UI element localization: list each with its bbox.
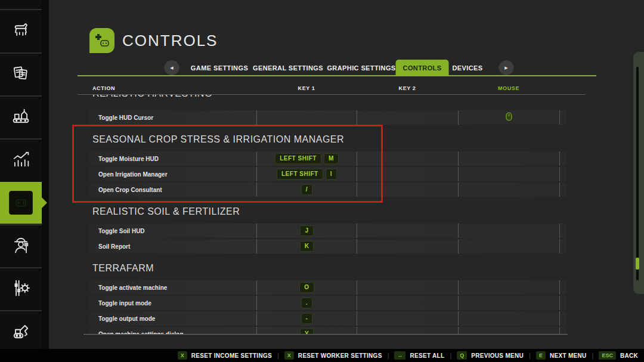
tab-graphic-settings[interactable]: GRAPHIC SETTINGS <box>320 60 402 76</box>
tab-bar: ◀GAME SETTINGSGENERAL SETTINGSGRAPHIC SE… <box>0 60 644 76</box>
footer-button-back[interactable]: ESCBACK <box>599 351 638 360</box>
key2-cell[interactable] <box>357 239 458 253</box>
key2-cell[interactable] <box>357 167 458 181</box>
sidebar-item-production[interactable] <box>0 96 42 138</box>
sidebar-item-map[interactable] <box>0 0 42 8</box>
hotkey-badge: X <box>284 351 294 360</box>
key2-cell[interactable] <box>357 110 458 125</box>
section-seasonal-crop-stress-irrigation-manager: SEASONAL CROP STRESS & IRRIGATION MANAGE… <box>78 134 587 197</box>
key-badge[interactable]: LEFT SHIFT <box>275 153 321 164</box>
key-badge[interactable]: O <box>299 282 314 293</box>
keybind-row[interactable]: Open machine settings dialogY <box>89 327 566 334</box>
keybind-row[interactable]: Toggle input mode. <box>89 296 566 310</box>
mouse-cell[interactable] <box>458 311 559 326</box>
keybind-row[interactable]: Toggle HUD Cursor <box>89 110 566 125</box>
column-header-key-2: KEY 2 <box>399 85 416 91</box>
sidebar-item-farmer[interactable] <box>0 225 42 267</box>
footer-button-reset-income-settings[interactable]: XRESET INCOME SETTINGS <box>178 351 272 360</box>
key-badge[interactable]: I <box>326 169 337 180</box>
keybind-row[interactable]: Toggle output mode- <box>89 311 566 326</box>
mouse-cell[interactable] <box>458 182 559 197</box>
footer-button-reset-worker-settings[interactable]: XRESET WORKER SETTINGS <box>284 351 382 360</box>
farmer-icon <box>10 234 32 258</box>
footer-button-next-menu[interactable]: ENEXT MENU <box>536 351 587 360</box>
tab-devices[interactable]: DEVICES <box>445 60 490 76</box>
key1-cell[interactable]: LEFT SHIFTI <box>256 167 357 181</box>
key1-cell[interactable] <box>256 110 357 125</box>
mouse-cell[interactable] <box>458 167 559 181</box>
key1-cell[interactable]: LEFT SHIFTM <box>256 151 357 166</box>
controls-settings-screen: CONTROLS ◀GAME SETTINGSGENERAL SETTINGSG… <box>0 0 644 362</box>
mouse-cell[interactable] <box>458 280 559 295</box>
footer-button-previous-menu[interactable]: QPREVIOUS MENU <box>457 351 524 360</box>
sidebar-item-sliders-gear[interactable] <box>0 268 42 310</box>
footer-button-label: RESET INCOME SETTINGS <box>191 352 272 359</box>
controls-gamepad-icon <box>89 28 114 53</box>
key-badge[interactable]: - <box>301 313 313 324</box>
table-bottom-divider <box>83 334 568 335</box>
sidebar-item-animals-cow[interactable] <box>0 10 42 52</box>
prev-tab-button[interactable]: ◀ <box>165 60 179 75</box>
row-end <box>559 224 566 238</box>
table-header: ACTIONKEY 1KEY 2MOUSE <box>0 85 644 95</box>
sidebar-item-contracts-documents[interactable] <box>0 53 42 95</box>
tab-controls[interactable]: CONTROLS <box>396 60 449 76</box>
scrollbar[interactable] <box>633 52 644 294</box>
key-badge[interactable]: . <box>301 298 312 308</box>
section-realistic-soil-fertilizer: REALISTIC SOIL & FERTILIZERToggle Soil H… <box>78 206 587 253</box>
key1-cell[interactable]: Y <box>256 327 357 334</box>
sidebar-item-controls-menu[interactable] <box>0 182 42 224</box>
keybind-row[interactable]: Toggle activate machineO <box>89 280 566 295</box>
mouse-cell[interactable] <box>458 110 559 125</box>
keybind-row[interactable]: Open Crop Consultant/ <box>89 182 566 197</box>
key2-cell[interactable] <box>357 311 458 326</box>
mouse-cell[interactable] <box>458 239 559 253</box>
sidebar-item-excavator[interactable] <box>0 311 42 353</box>
footer-button-label: RESET ALL <box>410 352 444 359</box>
tab-game-settings[interactable]: GAME SETTINGS <box>184 60 255 76</box>
keybind-row[interactable]: Toggle Soil HUDJ <box>89 224 566 238</box>
section-terrafarm: TERRAFARMToggle activate machineOToggle … <box>78 263 587 334</box>
animals-cow-icon <box>10 19 32 43</box>
key2-cell[interactable] <box>357 182 458 197</box>
page-title: CONTROLS <box>122 32 218 50</box>
next-tab-button[interactable]: ▶ <box>499 60 514 75</box>
mouse-cell[interactable] <box>458 224 559 238</box>
action-label: Toggle input mode <box>89 296 256 310</box>
mouse-icon <box>506 112 512 123</box>
key1-cell[interactable]: . <box>256 296 357 310</box>
key1-cell[interactable]: K <box>256 239 357 253</box>
row-end <box>559 239 566 253</box>
key-badge[interactable]: J <box>300 225 313 236</box>
scrollbar-thumb[interactable] <box>636 258 639 270</box>
mouse-cell[interactable] <box>458 327 559 334</box>
footer-button-reset-all[interactable]: ↔RESET ALL <box>394 351 444 360</box>
key-badge[interactable]: M <box>324 153 339 164</box>
scrollbar-track[interactable] <box>636 67 639 280</box>
row-end <box>559 151 566 166</box>
keybind-row[interactable]: Open Irrigation ManagerLEFT SHIFTI <box>89 167 566 181</box>
action-label: Toggle output mode <box>89 311 256 326</box>
footer-button-label: RESET WORKER SETTINGS <box>298 352 382 359</box>
key2-cell[interactable] <box>357 224 458 238</box>
key2-cell[interactable] <box>357 280 458 295</box>
key2-cell[interactable] <box>357 296 458 310</box>
key-badge[interactable]: / <box>301 184 312 195</box>
mouse-cell[interactable] <box>458 296 559 310</box>
key-badge[interactable]: LEFT SHIFT <box>277 169 323 180</box>
mouse-cell[interactable] <box>458 151 559 166</box>
key1-cell[interactable]: J <box>256 224 357 238</box>
key-badge[interactable]: K <box>300 241 314 252</box>
tab-general-settings[interactable]: GENERAL SETTINGS <box>246 60 330 76</box>
keybind-row[interactable]: Soil ReportK <box>89 239 566 253</box>
key1-cell[interactable]: / <box>256 182 357 197</box>
sidebar-item-statistics[interactable] <box>0 139 42 181</box>
key2-cell[interactable] <box>357 327 458 334</box>
key-badge[interactable]: Y <box>300 329 314 334</box>
sidebar-divider <box>42 0 49 362</box>
row-end <box>559 280 566 295</box>
key1-cell[interactable]: - <box>256 311 357 326</box>
keybind-row[interactable]: Toggle Moisture HUDLEFT SHIFTM <box>89 151 566 166</box>
key1-cell[interactable]: O <box>256 280 357 295</box>
key2-cell[interactable] <box>357 151 458 166</box>
